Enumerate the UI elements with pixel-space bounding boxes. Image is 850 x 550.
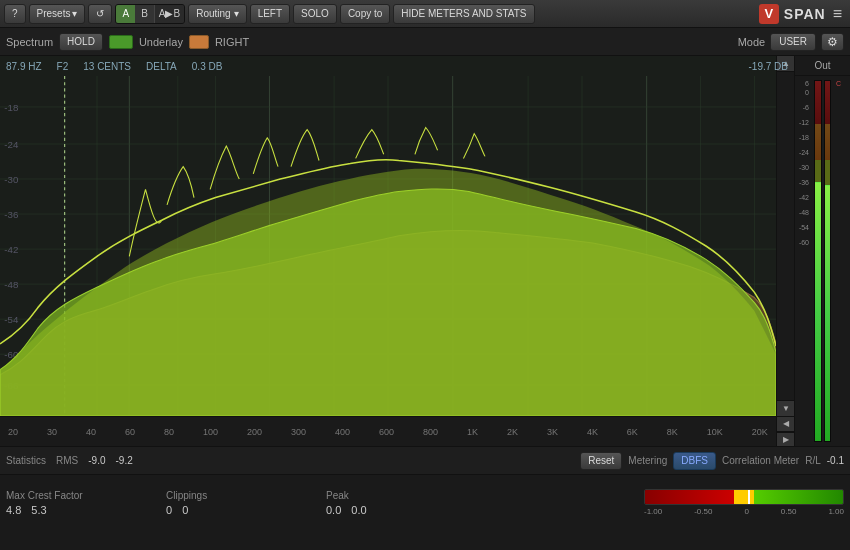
scroll-track[interactable]	[777, 72, 794, 400]
freq-axis: 20 30 40 60 80 100 200 300 400 600 800 1…	[0, 416, 776, 446]
statistics-label: Statistics	[6, 455, 46, 466]
correlation-meter-area: -1.00 -0.50 0 0.50 1.00	[644, 489, 844, 516]
scroll-left-arrow[interactable]: ◀	[777, 417, 794, 432]
solo-button[interactable]: SOLO	[293, 4, 337, 24]
rms-r-value: -9.2	[115, 455, 132, 466]
voxengo-logo: V SPAN	[759, 4, 826, 24]
rms-label: RMS	[56, 455, 78, 466]
freq-label-200: 200	[247, 427, 262, 437]
corr-label-max: 1.00	[828, 507, 844, 516]
peak-label: Peak	[326, 490, 426, 501]
svg-text:-18: -18	[4, 102, 18, 113]
ab-b-button[interactable]: B	[135, 5, 154, 23]
freq-label-1k: 1K	[467, 427, 478, 437]
hold-button[interactable]: HOLD	[59, 33, 103, 51]
corr-label-min: -1.00	[644, 507, 662, 516]
cents-display: 13 CENTS	[83, 61, 131, 72]
freq-label-2k: 2K	[507, 427, 518, 437]
correlation-val: -0.1	[827, 455, 844, 466]
svg-text:-42: -42	[4, 244, 18, 255]
green-channel-indicator[interactable]	[109, 35, 133, 49]
spectrum-canvas: -18 -24 -30 -36 -42 -48 -54 -60 -66	[0, 76, 776, 416]
ab-copy-button[interactable]: A▶B	[154, 5, 184, 23]
clippings-l: 0	[166, 504, 172, 516]
hide-meters-button[interactable]: HIDE METERS AND STATS	[393, 4, 534, 24]
vu-right-scale: C	[834, 80, 848, 442]
ab-group: A B A▶B	[115, 4, 185, 24]
max-crest-group: Max Crest Factor 4.8 5.3	[6, 490, 106, 516]
corr-label-minus-half: -0.50	[694, 507, 712, 516]
correlation-scale-labels: -1.00 -0.50 0 0.50 1.00	[644, 507, 844, 516]
peak-right-display: -19.7 DB	[749, 61, 788, 72]
user-mode-button[interactable]: USER	[770, 33, 816, 51]
metering-label: Metering	[628, 455, 667, 466]
max-crest-r: 5.3	[31, 504, 46, 516]
svg-text:-54: -54	[4, 314, 18, 325]
freq-labels: 20 30 40 60 80 100 200 300 400 600 800 1…	[4, 427, 772, 437]
spectrum-display[interactable]: 87.9 HZ F2 13 CENTS DELTA 0.3 DB -19.7 D…	[0, 56, 794, 446]
vu-left-scale: 6 0 -6 -12 -18 -24 -30 -36 -42 -48 -54 -…	[797, 80, 811, 442]
max-crest-l: 4.8	[6, 504, 21, 516]
correlation-ch: R/L	[805, 455, 821, 466]
freq-label-300: 300	[291, 427, 306, 437]
toolbar: ? Presets ▾ ↺ A B A▶B Routing ▾ LEFT SOL…	[0, 0, 850, 28]
svg-text:-48: -48	[4, 279, 18, 290]
freq-label-10k: 10K	[707, 427, 723, 437]
corr-bar-center	[734, 490, 754, 504]
reset-button[interactable]: Reset	[580, 452, 622, 470]
max-crest-label: Max Crest Factor	[6, 490, 106, 501]
left-button[interactable]: LEFT	[250, 4, 290, 24]
right-label: RIGHT	[215, 36, 249, 48]
menu-button[interactable]: ≡	[829, 5, 846, 23]
horiz-scroll[interactable]: ◀ ▶	[776, 416, 794, 446]
underlay-label: Underlay	[139, 36, 183, 48]
corr-label-plus-half: 0.50	[781, 507, 797, 516]
main-area: 87.9 HZ F2 13 CENTS DELTA 0.3 DB -19.7 D…	[0, 56, 850, 446]
freq-label-40: 40	[86, 427, 96, 437]
freq-label-30: 30	[47, 427, 57, 437]
spectrum-label: Spectrum	[6, 36, 53, 48]
vu-meter: Out 6 0 -6 -12 -18 -24 -30 -36 -42 -48 -…	[794, 56, 850, 446]
reset-button[interactable]: ↺	[88, 4, 112, 24]
vu-bars	[814, 80, 831, 442]
copy-to-button[interactable]: Copy to	[340, 4, 390, 24]
spectrum-svg: -18 -24 -30 -36 -42 -48 -54 -60 -66	[0, 76, 776, 416]
span-title: SPAN	[784, 6, 826, 22]
spectrum-info: 87.9 HZ F2 13 CENTS DELTA 0.3 DB -19.7 D…	[0, 56, 794, 76]
rms-l-value: -9.0	[88, 455, 105, 466]
stats-right: Reset Metering DBFS Correlation Meter R/…	[580, 452, 844, 470]
scroll-right-arrow[interactable]: ▶	[777, 432, 794, 447]
voxengo-v-icon: V	[759, 4, 779, 24]
correlation-bar	[644, 489, 844, 505]
freq-label-400: 400	[335, 427, 350, 437]
peak-l: 0.0	[326, 504, 341, 516]
bottom-details: Max Crest Factor 4.8 5.3 Clippings 0 0 P…	[0, 474, 850, 530]
freq-label-8k: 8K	[667, 427, 678, 437]
help-button[interactable]: ?	[4, 4, 26, 24]
vu-bar-right	[824, 80, 832, 442]
clippings-label: Clippings	[166, 490, 266, 501]
svg-text:-24: -24	[4, 139, 18, 150]
scroll-down-arrow[interactable]: ▼	[777, 400, 794, 416]
freq-label-80: 80	[164, 427, 174, 437]
corr-bar-right	[754, 490, 843, 504]
routing-button[interactable]: Routing ▾	[188, 4, 246, 24]
ab-a-button[interactable]: A	[116, 5, 135, 23]
freq-label-4k: 4K	[587, 427, 598, 437]
freq-label-3k: 3K	[547, 427, 558, 437]
right-scrollbar[interactable]: ▲ ▼	[776, 56, 794, 416]
svg-text:-30: -30	[4, 174, 18, 185]
correlation-needle	[748, 490, 750, 504]
peak-vals: 0.0 0.0	[326, 504, 426, 516]
correlation-label: Correlation Meter	[722, 455, 799, 466]
orange-channel-indicator[interactable]	[189, 35, 209, 49]
clippings-vals: 0 0	[166, 504, 266, 516]
dbfs-button[interactable]: DBFS	[673, 452, 716, 470]
presets-button[interactable]: Presets ▾	[29, 4, 86, 24]
settings-button[interactable]: ⚙	[821, 33, 844, 51]
clippings-group: Clippings 0 0	[166, 490, 266, 516]
vu-bar-left	[814, 80, 822, 442]
vu-title: Out	[795, 56, 850, 76]
freq-label-100: 100	[203, 427, 218, 437]
delta-label: DELTA	[146, 61, 177, 72]
